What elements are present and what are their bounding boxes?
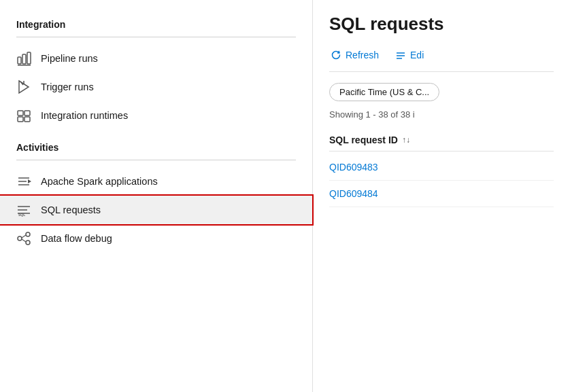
showing-count: Showing 1 - 38 of 38 i [329, 109, 554, 120]
refresh-label: Refresh [346, 50, 379, 60]
sidebar-item-integration-runtimes[interactable]: Integration runtimes [0, 101, 312, 130]
sort-icon[interactable]: ↑↓ [402, 135, 410, 145]
svg-point-20 [26, 232, 30, 236]
table-row: QID609483 [329, 154, 554, 181]
trigger-icon [16, 79, 31, 94]
sidebar-item-label-pipeline-runs: Pipeline runs [41, 53, 98, 64]
timezone-filter[interactable]: Pacific Time (US & C... [329, 83, 439, 101]
sidebar-item-label-data-flow-debug: Data flow debug [41, 233, 112, 244]
filter-bar: Pacific Time (US & C... [329, 83, 554, 101]
svg-rect-2 [27, 52, 31, 64]
svg-rect-10 [24, 117, 30, 122]
sidebar-item-label-integration-runtimes: Integration runtimes [41, 110, 128, 121]
edit-icon [395, 50, 406, 60]
sql-icon: SQL [16, 202, 31, 217]
sidebar: Integration Pipeline runs [0, 0, 313, 392]
sidebar-item-apache-spark[interactable]: Apache Spark applications [0, 167, 312, 196]
dataflow-icon [16, 231, 31, 246]
main-content: SQL requests Refresh Edi [313, 0, 570, 392]
pipeline-icon [16, 51, 31, 66]
sidebar-section-integration: Integration Pipeline runs [0, 14, 312, 130]
sql-request-link-0[interactable]: QID609483 [329, 162, 378, 173]
edit-label: Edi [410, 50, 424, 60]
svg-marker-14 [28, 179, 31, 183]
sidebar-divider-activities [16, 160, 296, 160]
refresh-button[interactable]: Refresh [329, 47, 380, 63]
svg-rect-7 [18, 111, 23, 115]
spark-icon [16, 174, 31, 189]
refresh-icon [331, 50, 341, 60]
sidebar-section-title-activities: Activities [0, 137, 312, 157]
svg-line-23 [22, 239, 26, 242]
toolbar: Refresh Edi [329, 47, 554, 72]
sidebar-item-data-flow-debug[interactable]: Data flow debug [0, 224, 312, 253]
svg-line-22 [22, 235, 26, 238]
sidebar-item-label-sql-requests: SQL requests [41, 204, 101, 215]
svg-point-19 [18, 236, 22, 240]
table-header: SQL request ID ↑↓ [329, 129, 554, 152]
table-row: QID609484 [329, 181, 554, 207]
sidebar-item-label-apache-spark: Apache Spark applications [41, 176, 158, 187]
svg-rect-1 [22, 54, 26, 64]
sidebar-item-label-trigger-runs: Trigger runs [41, 82, 94, 92]
timezone-filter-label: Pacific Time (US & C... [339, 87, 429, 97]
sidebar-item-pipeline-runs[interactable]: Pipeline runs [0, 44, 312, 73]
sql-request-link-1[interactable]: QID609484 [329, 188, 378, 199]
page-title: SQL requests [329, 14, 554, 35]
svg-text:SQL: SQL [18, 213, 25, 217]
svg-point-21 [26, 240, 30, 245]
sidebar-item-trigger-runs[interactable]: Trigger runs [0, 73, 312, 101]
sidebar-section-title-integration: Integration [0, 14, 312, 34]
svg-rect-0 [18, 57, 21, 64]
edit-button[interactable]: Edi [394, 47, 425, 63]
column-sql-request-id: SQL request ID [329, 135, 398, 145]
runtime-icon [16, 108, 31, 123]
svg-rect-9 [18, 117, 23, 122]
sidebar-item-sql-requests[interactable]: SQL SQL requests [0, 196, 312, 224]
sidebar-divider-integration [16, 37, 296, 37]
svg-rect-8 [24, 111, 30, 115]
sidebar-section-activities: Activities Apache Spark applications [0, 137, 312, 253]
